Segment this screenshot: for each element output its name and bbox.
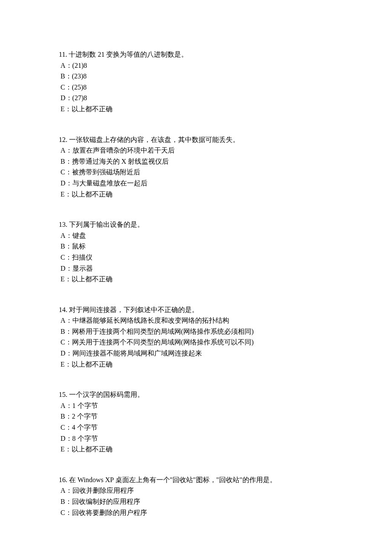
answer-option: D：显示器 xyxy=(59,263,345,274)
answer-option: E：以上都不正确 xyxy=(59,104,345,115)
answer-option: C：扫描仪 xyxy=(59,252,345,263)
answer-option: E：以上都不正确 xyxy=(59,444,345,455)
question-text: 16. 在 Windows XP 桌面左上角有一个"回收站"图标，"回收站"的作… xyxy=(59,474,345,486)
answer-option: B：2 个字节 xyxy=(59,411,345,422)
answer-option: A：1 个字节 xyxy=(59,400,345,411)
question-block: 15. 一个汉字的国标码需用。 A：1 个字节 B：2 个字节 C：4 个字节 … xyxy=(59,389,345,455)
answer-option: B：网桥用于连接两个相同类型的局域网(网络操作系统必须相同) xyxy=(59,326,345,337)
question-text: 14. 对于网间连接器，下列叙述中不正确的是。 xyxy=(59,304,345,315)
questions-container: 11. 十进制数 21 变换为等值的八进制数是。 A：(21)8 B：(23)8… xyxy=(59,49,345,518)
answer-option: C：被携带到强磁场附近后 xyxy=(59,167,345,178)
answer-option: C：(25)8 xyxy=(59,82,345,93)
answer-option: A：放置在声音嘈杂的环境中若干天后 xyxy=(59,145,345,156)
question-text: 13. 下列属于输出设备的是。 xyxy=(59,219,345,230)
answer-option: B：鼠标 xyxy=(59,241,345,252)
question-text: 15. 一个汉字的国标码需用。 xyxy=(59,389,345,400)
answer-option: D：与大量磁盘堆放在一起后 xyxy=(59,178,345,189)
answer-option: B：(23)8 xyxy=(59,71,345,82)
answer-option: D：网间连接器不能将局域网和广域网连接起来 xyxy=(59,348,345,359)
answer-option: C：网关用于连接两个不同类型的局域网(网络操作系统可以不同) xyxy=(59,337,345,348)
question-text: 12. 一张软磁盘上存储的内容，在该盘，其中数据可能丢失。 xyxy=(59,134,345,145)
answer-option: E：以上都不正确 xyxy=(59,359,345,370)
question-block: 11. 十进制数 21 变换为等值的八进制数是。 A：(21)8 B：(23)8… xyxy=(59,49,345,115)
question-block: 14. 对于网间连接器，下列叙述中不正确的是。 A：中继器能够延长网络线路长度和… xyxy=(59,304,345,370)
answer-option: B：携带通过海关的 X 射线监视仪后 xyxy=(59,156,345,167)
question-block: 13. 下列属于输出设备的是。 A：键盘 B：鼠标 C：扫描仪 D：显示器 E：… xyxy=(59,219,345,285)
answer-option: C：回收将要删除的用户程序 xyxy=(59,507,345,518)
answer-option: A：(21)8 xyxy=(59,60,345,71)
answer-option: D：8 个字节 xyxy=(59,433,345,444)
answer-option: C：4 个字节 xyxy=(59,422,345,433)
question-text: 11. 十进制数 21 变换为等值的八进制数是。 xyxy=(59,49,345,60)
answer-option: E：以上都不正确 xyxy=(59,189,345,200)
question-block: 12. 一张软磁盘上存储的内容，在该盘，其中数据可能丢失。 A：放置在声音嘈杂的… xyxy=(59,134,345,200)
answer-option: A：中继器能够延长网络线路长度和改变网络的拓扑结构 xyxy=(59,315,345,326)
answer-option: A：键盘 xyxy=(59,230,345,241)
document-page: 11. 十进制数 21 变换为等值的八进制数是。 A：(21)8 B：(23)8… xyxy=(0,0,392,555)
question-block: 16. 在 Windows XP 桌面左上角有一个"回收站"图标，"回收站"的作… xyxy=(59,474,345,518)
answer-option: E：以上都不正确 xyxy=(59,274,345,285)
answer-option: B：回收编制好的应用程序 xyxy=(59,496,345,507)
answer-option: D：(27)8 xyxy=(59,92,345,104)
answer-option: A：回收并删除应用程序 xyxy=(59,485,345,496)
